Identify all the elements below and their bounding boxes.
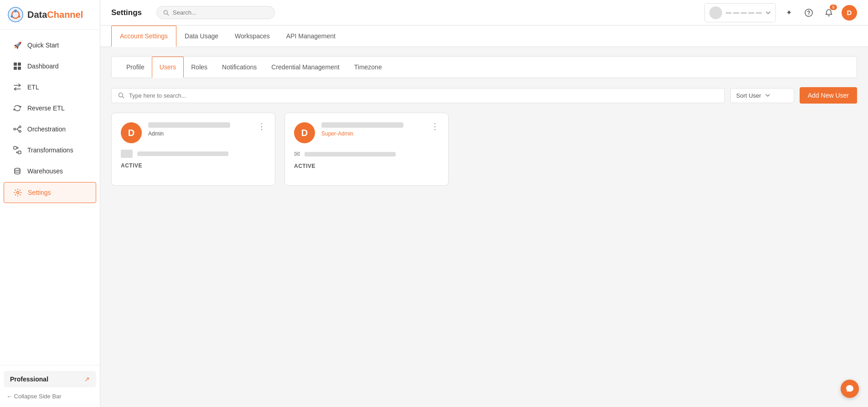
tab-timezone[interactable]: Timezone (347, 57, 389, 78)
tab-data-usage[interactable]: Data Usage (176, 26, 227, 47)
svg-rect-8 (18, 67, 21, 70)
arrows-icon (13, 83, 22, 92)
id-icon (121, 150, 133, 158)
user-menu-button[interactable]: ⋮ (431, 122, 439, 130)
user-card: D Admin ⋮ ACTIVE (111, 113, 275, 186)
tab-api-management[interactable]: API Management (278, 26, 344, 47)
svg-rect-13 (18, 151, 21, 154)
rocket-icon: 🚀 (13, 41, 22, 50)
svg-point-18 (808, 14, 809, 15)
svg-point-14 (15, 168, 20, 171)
search-icon (118, 92, 124, 99)
tab-profile[interactable]: Profile (119, 57, 152, 78)
svg-point-11 (19, 130, 21, 132)
primary-tab-bar: Account Settings Data Usage Workspaces A… (100, 26, 868, 47)
main-area: Settings — — — — — ✦ 8 D (100, 0, 868, 407)
user-search-input[interactable] (129, 92, 718, 99)
collapse-sidebar-button[interactable]: ← Collapse Side Bar (4, 391, 96, 402)
add-new-user-button[interactable]: Add New User (800, 87, 857, 104)
tab-credential-management[interactable]: Credential Management (264, 57, 346, 78)
user-card: D Super-Admin ⋮ ✉ ACTIVE (284, 113, 449, 186)
user-name-blurred (148, 122, 230, 128)
database-icon (13, 167, 22, 176)
sidebar-item-quick-start[interactable]: 🚀 Quick Start (4, 35, 96, 55)
page-title: Settings (111, 8, 142, 17)
user-status: ACTIVE (121, 162, 266, 169)
user-avatar: D (294, 122, 315, 143)
workflow-icon (13, 125, 22, 134)
user-card-header: D Admin ⋮ (121, 122, 266, 143)
topbar: Settings — — — — — ✦ 8 D (100, 0, 868, 26)
sidebar: DataChannel 🚀 Quick Start Dashboard ETL (0, 0, 100, 407)
sidebar-item-warehouses[interactable]: Warehouses (4, 161, 96, 181)
secondary-tab-bar: Profile Users Roles Notifications Creden… (111, 56, 857, 78)
workspace-selector[interactable]: — — — — — (704, 3, 776, 22)
user-detail-value (305, 152, 396, 157)
user-detail-row: ✉ (294, 150, 439, 158)
tab-notifications[interactable]: Notifications (215, 57, 264, 78)
reverse-arrows-icon (13, 104, 22, 113)
user-name-blurred (321, 122, 403, 128)
sidebar-item-settings[interactable]: Settings (4, 182, 96, 203)
svg-rect-6 (18, 63, 21, 66)
inner-content: Profile Users Roles Notifications Creden… (100, 47, 868, 195)
transform-icon (13, 146, 22, 155)
svg-point-3 (18, 16, 21, 18)
svg-point-16 (164, 10, 167, 14)
svg-rect-5 (14, 63, 17, 66)
search-icon (163, 10, 169, 16)
plan-link-icon: ↗ (84, 376, 90, 383)
tab-roles[interactable]: Roles (184, 57, 215, 78)
user-card-header: D Super-Admin ⋮ (294, 122, 439, 143)
sort-user-select[interactable]: Sort User (730, 88, 794, 103)
chevron-down-icon (765, 93, 770, 98)
svg-point-4 (11, 16, 13, 18)
help-button[interactable] (801, 5, 816, 20)
chat-icon (845, 384, 854, 393)
svg-point-2 (14, 10, 17, 12)
tab-workspaces[interactable]: Workspaces (227, 26, 278, 47)
sidebar-item-orchestration[interactable]: Orchestration (4, 119, 96, 139)
sidebar-nav: 🚀 Quick Start Dashboard ETL Reverse ETL (0, 30, 100, 365)
sidebar-item-dashboard[interactable]: Dashboard (4, 56, 96, 76)
logo-icon (7, 6, 24, 23)
user-role: Admin (148, 130, 251, 137)
grid-icon (13, 62, 22, 71)
sparkle-button[interactable]: ✦ (781, 5, 796, 20)
sidebar-bottom: Professional ↗ ← Collapse Side Bar (0, 365, 100, 407)
user-detail-row (121, 150, 266, 158)
chevron-down-icon (765, 10, 771, 16)
user-avatar-button[interactable]: D (842, 5, 857, 21)
user-role: Super-Admin (321, 130, 424, 137)
user-search-box[interactable] (111, 88, 725, 103)
svg-rect-7 (14, 67, 17, 70)
sidebar-item-transformations[interactable]: Transformations (4, 140, 96, 160)
content-area: Account Settings Data Usage Workspaces A… (100, 26, 868, 407)
user-avatar: D (121, 122, 142, 143)
user-info: Super-Admin (321, 122, 424, 137)
svg-point-15 (17, 192, 19, 194)
plan-badge[interactable]: Professional ↗ (4, 371, 96, 387)
user-menu-button[interactable]: ⋮ (258, 122, 266, 130)
workspace-avatar (709, 6, 722, 19)
sidebar-item-etl[interactable]: ETL (4, 77, 96, 97)
logo-text: DataChannel (27, 10, 83, 20)
notifications-button[interactable]: 8 (822, 5, 836, 20)
search-box[interactable] (156, 6, 275, 19)
svg-point-19 (119, 93, 123, 97)
email-icon: ✉ (294, 150, 300, 158)
logo: DataChannel (0, 0, 100, 30)
tab-users[interactable]: Users (152, 57, 184, 78)
gear-icon (13, 188, 22, 197)
search-input[interactable] (173, 9, 268, 16)
topbar-right: — — — — — ✦ 8 D (704, 3, 857, 22)
users-toolbar: Sort User Add New User (111, 87, 857, 104)
tab-account-settings[interactable]: Account Settings (111, 26, 176, 47)
notifications-badge: 8 (830, 5, 837, 10)
svg-rect-12 (14, 146, 16, 149)
user-detail-value (137, 151, 228, 156)
chat-button[interactable] (841, 380, 859, 398)
svg-point-10 (19, 126, 21, 128)
sidebar-item-reverse-etl[interactable]: Reverse ETL (4, 98, 96, 118)
user-status: ACTIVE (294, 163, 439, 169)
